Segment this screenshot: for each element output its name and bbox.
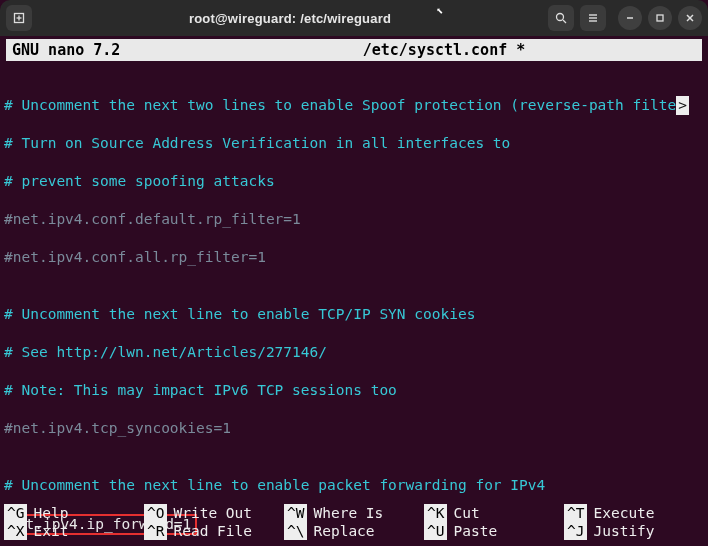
shortcut-help: ^GHelp bbox=[4, 504, 144, 522]
editor-line: # See http://lwn.net/Articles/277146/ bbox=[4, 343, 704, 362]
close-button[interactable] bbox=[678, 6, 702, 30]
editor-line: #net.ipv4.conf.all.rp_filter=1 bbox=[4, 248, 704, 267]
shortcut-justify: ^JJustify bbox=[564, 522, 704, 540]
shortcut-cut: ^KCut bbox=[424, 504, 564, 522]
editor-line: # prevent some spoofing attacks bbox=[4, 172, 704, 191]
nano-app-name: GNU nano 7.2 bbox=[12, 41, 252, 59]
shortcut-execute: ^TExecute bbox=[564, 504, 704, 522]
minimize-button[interactable] bbox=[618, 6, 642, 30]
editor-line: # Uncomment the next two lines to enable… bbox=[4, 97, 676, 113]
hamburger-menu-button[interactable] bbox=[580, 5, 606, 31]
shortcut-readfile: ^RRead File bbox=[144, 522, 284, 540]
editor-line: # Uncomment the next line to enable pack… bbox=[4, 476, 704, 495]
shortcut-replace: ^\Replace bbox=[284, 522, 424, 540]
window-title: root@wireguard: /etc/wireguard bbox=[38, 11, 542, 26]
svg-rect-9 bbox=[657, 15, 663, 21]
editor-line: # Uncomment the next line to enable TCP/… bbox=[4, 305, 704, 324]
svg-line-4 bbox=[563, 20, 566, 23]
editor-line: #net.ipv4.conf.default.rp_filter=1 bbox=[4, 210, 704, 229]
window-titlebar: root@wireguard: /etc/wireguard bbox=[0, 0, 708, 36]
editor-area[interactable]: # Uncomment the next two lines to enable… bbox=[0, 61, 708, 546]
shortcut-writeout: ^OWrite Out bbox=[144, 504, 284, 522]
new-tab-button[interactable] bbox=[6, 5, 32, 31]
editor-line: # Turn on Source Address Verification in… bbox=[4, 134, 704, 153]
maximize-button[interactable] bbox=[648, 6, 672, 30]
shortcut-whereis: ^WWhere Is bbox=[284, 504, 424, 522]
editor-line: #net.ipv4.tcp_syncookies=1 bbox=[4, 419, 704, 438]
shortcut-paste: ^UPaste bbox=[424, 522, 564, 540]
editor-line: # Note: This may impact IPv6 TCP session… bbox=[4, 381, 704, 400]
shortcut-exit: ^XExit bbox=[4, 522, 144, 540]
nano-footer: ^GHelp ^OWrite Out ^WWhere Is ^KCut ^TEx… bbox=[0, 504, 708, 540]
nano-header: GNU nano 7.2 /etc/sysctl.conf * bbox=[6, 39, 702, 61]
search-button[interactable] bbox=[548, 5, 574, 31]
nano-filename: /etc/sysctl.conf * bbox=[252, 41, 636, 59]
svg-point-3 bbox=[557, 14, 564, 21]
line-continuation-marker: > bbox=[676, 96, 689, 115]
